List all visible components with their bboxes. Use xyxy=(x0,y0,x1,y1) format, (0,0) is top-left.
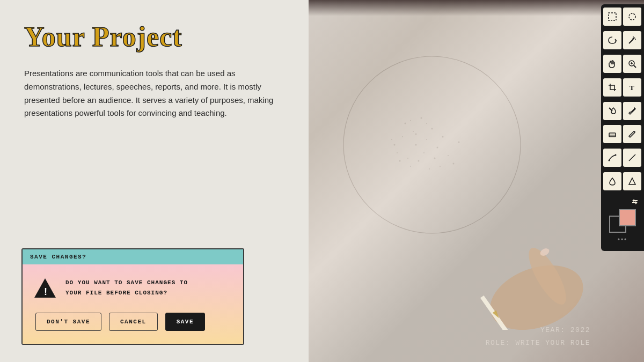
svg-point-6 xyxy=(426,139,427,140)
eyedropper-tool[interactable] xyxy=(623,102,641,120)
svg-rect-34 xyxy=(609,13,616,20)
page-title: Your Project xyxy=(24,21,284,52)
svg-line-36 xyxy=(629,39,633,43)
svg-text:T: T xyxy=(630,84,634,92)
magic-wand-tool[interactable] xyxy=(623,31,641,49)
ellipse-select-tool[interactable] xyxy=(623,8,641,26)
cancel-button[interactable]: CANCEL xyxy=(109,313,158,331)
svg-line-49 xyxy=(629,136,630,137)
role-text: ROLE: WRITE YOUR ROLE xyxy=(486,337,590,349)
line-tool[interactable] xyxy=(623,149,641,167)
description-text: Presentations are communication tools th… xyxy=(24,67,276,120)
svg-text:!: ! xyxy=(44,286,47,297)
toolbar-tools-grid: T xyxy=(603,8,642,195)
svg-point-7 xyxy=(415,144,417,146)
svg-point-22 xyxy=(440,166,441,167)
toolbar: T xyxy=(601,4,644,251)
svg-point-13 xyxy=(442,136,444,138)
svg-point-17 xyxy=(394,144,396,146)
svg-point-21 xyxy=(453,163,455,165)
svg-line-42 xyxy=(634,65,636,68)
dialog-header: SAVE CHANGES? xyxy=(23,249,243,264)
svg-point-24 xyxy=(391,139,392,140)
dont-save-button[interactable]: DON'T SAVE xyxy=(35,313,101,331)
svg-point-26 xyxy=(410,120,411,121)
pencil-tool[interactable] xyxy=(623,125,641,143)
triangle-tool[interactable] xyxy=(623,172,641,190)
dialog-box: SAVE CHANGES? ! DO YOU WANT TO SAVE CHAN… xyxy=(21,248,244,345)
save-button[interactable]: SAVE xyxy=(165,313,205,331)
foreground-color-swatch[interactable] xyxy=(619,209,636,226)
svg-point-5 xyxy=(421,117,422,119)
toolbar-color-section: ••• xyxy=(603,195,642,248)
svg-point-12 xyxy=(407,158,408,159)
svg-point-27 xyxy=(415,134,417,135)
dialog-buttons: DON'T SAVE CANCEL SAVE xyxy=(33,313,232,331)
lasso-tool[interactable] xyxy=(603,31,621,49)
svg-point-11 xyxy=(437,147,438,149)
dialog-message: DO YOU WANT TO SAVE CHANGES TO YOUR FILE… xyxy=(65,278,188,298)
svg-point-2 xyxy=(343,56,521,233)
svg-point-9 xyxy=(431,128,433,130)
svg-point-35 xyxy=(629,13,635,20)
svg-line-39 xyxy=(634,38,635,39)
color-swatches xyxy=(609,209,636,233)
sketch-background: YEAR: 2022 ROLE: WRITE YOUR ROLE xyxy=(309,0,644,362)
svg-point-20 xyxy=(448,155,449,156)
svg-point-3 xyxy=(405,123,406,124)
save-dialog: SAVE CHANGES? ! DO YOU WANT TO SAVE CHAN… xyxy=(21,248,244,345)
svg-point-50 xyxy=(609,160,610,161)
eraser-tool[interactable] xyxy=(603,125,621,143)
svg-marker-53 xyxy=(629,178,635,184)
svg-point-8 xyxy=(402,136,403,137)
svg-point-18 xyxy=(397,152,398,153)
svg-point-51 xyxy=(615,154,617,156)
svg-point-40 xyxy=(633,38,634,39)
dialog-body: ! DO YOU WANT TO SAVE CHANGES TO YOUR FI… xyxy=(23,264,243,344)
svg-point-23 xyxy=(434,158,436,159)
paint-tool[interactable] xyxy=(603,102,621,120)
svg-point-4 xyxy=(413,131,414,132)
bottom-info: YEAR: 2022 ROLE: WRITE YOUR ROLE xyxy=(486,324,590,349)
year-text: YEAR: 2022 xyxy=(486,324,590,336)
svg-point-14 xyxy=(410,166,411,167)
svg-point-16 xyxy=(429,168,430,169)
svg-line-52 xyxy=(629,154,635,161)
right-panel: YEAR: 2022 ROLE: WRITE YOUR ROLE xyxy=(309,0,644,362)
svg-point-19 xyxy=(399,160,401,162)
toolbar-more-dots[interactable]: ••• xyxy=(618,235,628,246)
zoom-tool[interactable] xyxy=(623,55,641,73)
svg-point-28 xyxy=(426,123,427,124)
type-tool[interactable]: T xyxy=(623,78,641,97)
drop-tool[interactable] xyxy=(603,172,621,190)
left-panel: Your Project Presentations are communica… xyxy=(0,0,309,362)
svg-point-25 xyxy=(458,142,460,143)
hand-image xyxy=(451,223,601,330)
warning-icon: ! xyxy=(33,276,57,300)
rect-select-tool[interactable] xyxy=(603,8,621,26)
hand-tool[interactable] xyxy=(603,55,621,73)
path-tool[interactable] xyxy=(603,149,621,167)
crop-tool[interactable] xyxy=(603,78,621,97)
dialog-message-row: ! DO YOU WANT TO SAVE CHANGES TO YOUR FI… xyxy=(33,276,232,300)
svg-point-15 xyxy=(418,160,420,162)
color-swap-icon[interactable] xyxy=(631,198,640,207)
svg-point-10 xyxy=(423,152,425,153)
